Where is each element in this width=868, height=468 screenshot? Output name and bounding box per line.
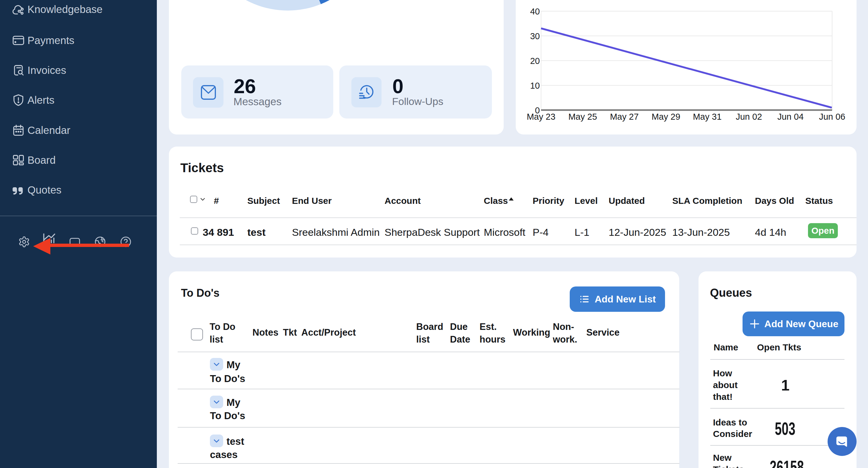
svg-text:May 25: May 25 xyxy=(568,112,597,122)
svg-text:May 29: May 29 xyxy=(651,112,680,122)
svg-text:Jun 02: Jun 02 xyxy=(736,112,762,122)
svg-text:30: 30 xyxy=(530,31,540,41)
svg-text:20: 20 xyxy=(530,56,540,66)
svg-text:May 27: May 27 xyxy=(610,112,639,122)
svg-text:Jun 06: Jun 06 xyxy=(819,112,845,122)
svg-text:May 31: May 31 xyxy=(693,112,721,122)
svg-text:10: 10 xyxy=(530,81,540,90)
svg-text:Jun 04: Jun 04 xyxy=(777,112,803,122)
svg-text:40: 40 xyxy=(530,7,540,16)
svg-text:May 23: May 23 xyxy=(527,112,555,122)
